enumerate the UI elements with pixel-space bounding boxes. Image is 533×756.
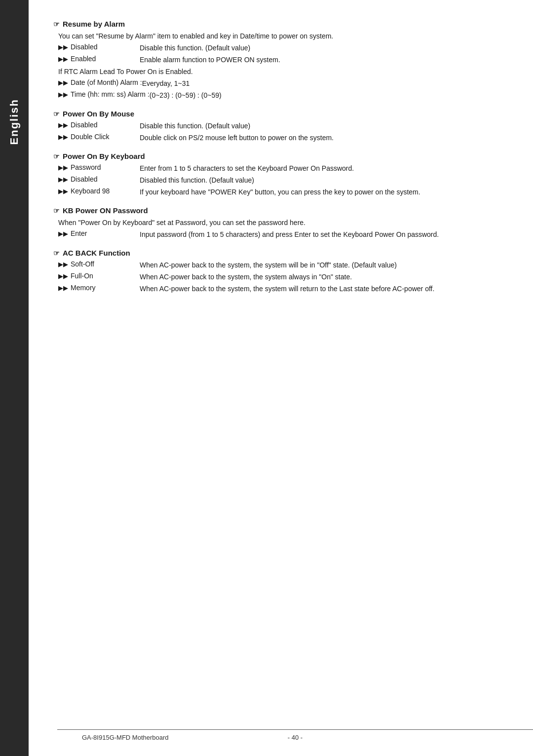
resume-val-time: (0~23) : (0~59) : (0~59)	[150, 90, 508, 101]
section-ac-back: ☞ AC BACK Function ▶▶Soft-Off When AC-po…	[53, 249, 508, 294]
resume-item-disabled: ▶▶Disabled Disable this function. (Defau…	[58, 43, 508, 53]
mouse-item-dblclick: ▶▶Double Click Double click on PS/2 mous…	[58, 133, 508, 143]
section-icon-keyboard: ☞	[53, 152, 60, 160]
section-title-mouse: ☞ Power On By Mouse	[53, 110, 508, 118]
ac-back-key-softoff: ▶▶Soft-Off	[58, 260, 140, 269]
resume-val-enabled: Enable alarm function to POWER ON system…	[140, 55, 508, 65]
sidebar-label: English	[8, 99, 21, 145]
resume-rtc-note: If RTC Alarm Lead To Power On is Enabled…	[58, 67, 508, 77]
section-body-ac-back: ▶▶Soft-Off When AC-power back to the sys…	[58, 260, 508, 294]
resume-item-enabled: ▶▶Enabled Enable alarm function to POWER…	[58, 55, 508, 65]
resume-intro: You can set "Resume by Alarm" item to en…	[58, 31, 508, 41]
page-container: English ☞ Resume by Alarm You can set "R…	[0, 0, 533, 756]
resume-key-enabled: ▶▶Enabled	[58, 55, 140, 64]
arrow-icon: ▶▶	[58, 55, 68, 64]
keyboard-val-kb98: If your keyboard have "POWER Key" button…	[140, 187, 508, 197]
arrow-icon: ▶▶	[58, 229, 68, 238]
section-icon-resume: ☞	[53, 20, 60, 28]
resume-val-date: Everyday, 1~31	[142, 78, 508, 89]
mouse-key-disabled: ▶▶Disabled	[58, 121, 140, 130]
ac-back-item-fullon: ▶▶Full-On When AC-power back to the syst…	[58, 272, 508, 282]
section-body-keyboard: ▶▶Password Enter from 1 to 5 characters …	[58, 163, 508, 197]
section-kb-power-password: ☞ KB Power ON Password When "Power On by…	[53, 206, 508, 240]
keyboard-item-disabled: ▶▶Disabled Disabled this function. (Defa…	[58, 175, 508, 186]
section-body-mouse: ▶▶Disabled Disable this function. (Defau…	[58, 121, 508, 143]
resume-key-date: ▶▶Date (of Month) Alarm :	[58, 78, 142, 87]
keyboard-val-password: Enter from 1 to 5 characters to set the …	[140, 163, 508, 174]
keyboard-key-disabled: ▶▶Disabled	[58, 175, 140, 184]
arrow-icon: ▶▶	[58, 260, 68, 269]
kb-password-key-enter: ▶▶Enter	[58, 229, 140, 238]
arrow-icon: ▶▶	[58, 284, 68, 293]
arrow-icon: ▶▶	[58, 90, 68, 99]
section-icon-ac-back: ☞	[53, 249, 60, 257]
page-footer: GA-8I915G-MFD Motherboard - 40 -	[57, 729, 533, 741]
resume-item-time: ▶▶Time (hh: mm: ss) Alarm : (0~23) : (0~…	[58, 90, 508, 101]
footer-product-name: GA-8I915G-MFD Motherboard	[82, 734, 224, 741]
section-body-resume: You can set "Resume by Alarm" item to en…	[58, 31, 508, 101]
section-title-resume-by-alarm: ☞ Resume by Alarm	[53, 20, 508, 28]
kb-password-val-enter: Input password (from 1 to 5 characters) …	[140, 229, 508, 240]
ac-back-key-memory: ▶▶Memory	[58, 284, 140, 293]
ac-back-item-memory: ▶▶Memory When AC-power back to the syste…	[58, 284, 508, 294]
sidebar: English	[0, 0, 29, 756]
resume-key-disabled: ▶▶Disabled	[58, 43, 140, 52]
section-resume-by-alarm: ☞ Resume by Alarm You can set "Resume by…	[53, 20, 508, 101]
section-title-ac-back: ☞ AC BACK Function	[53, 249, 508, 257]
arrow-icon: ▶▶	[58, 133, 68, 142]
keyboard-key-kb98: ▶▶Keyboard 98	[58, 187, 140, 196]
arrow-icon: ▶▶	[58, 121, 68, 130]
section-heading-keyboard: Power On By Keyboard	[63, 152, 145, 160]
section-title-keyboard: ☞ Power On By Keyboard	[53, 152, 508, 160]
arrow-icon: ▶▶	[58, 187, 68, 196]
arrow-icon: ▶▶	[58, 175, 68, 184]
section-icon-kb-password: ☞	[53, 207, 60, 215]
mouse-key-dblclick: ▶▶Double Click	[58, 133, 140, 142]
main-content: ☞ Resume by Alarm You can set "Resume by…	[29, 0, 533, 756]
keyboard-val-disabled: Disabled this function. (Default value)	[140, 175, 508, 186]
section-body-kb-password: When "Power On by Keyboard" set at Passw…	[58, 218, 508, 240]
section-power-on-mouse: ☞ Power On By Mouse ▶▶Disabled Disable t…	[53, 110, 508, 143]
mouse-val-disabled: Disable this function. (Default value)	[140, 121, 508, 131]
keyboard-item-password: ▶▶Password Enter from 1 to 5 characters …	[58, 163, 508, 174]
ac-back-val-fullon: When AC-power back to the system, the sy…	[140, 272, 508, 282]
section-heading-mouse: Power On By Mouse	[63, 110, 134, 118]
arrow-icon: ▶▶	[58, 78, 68, 87]
section-icon-mouse: ☞	[53, 110, 60, 118]
ac-back-key-fullon: ▶▶Full-On	[58, 272, 140, 281]
section-heading-kb-password: KB Power ON Password	[63, 206, 148, 215]
resume-key-time: ▶▶Time (hh: mm: ss) Alarm :	[58, 90, 150, 99]
footer-page-number: - 40 -	[224, 734, 366, 741]
ac-back-val-memory: When AC-power back to the system, the sy…	[140, 284, 508, 294]
kb-password-item-enter: ▶▶Enter Input password (from 1 to 5 char…	[58, 229, 508, 240]
arrow-icon: ▶▶	[58, 163, 68, 172]
arrow-icon: ▶▶	[58, 43, 68, 52]
mouse-item-disabled: ▶▶Disabled Disable this function. (Defau…	[58, 121, 508, 131]
keyboard-item-kb98: ▶▶Keyboard 98 If your keyboard have "POW…	[58, 187, 508, 197]
section-title-kb-password: ☞ KB Power ON Password	[53, 206, 508, 215]
ac-back-item-softoff: ▶▶Soft-Off When AC-power back to the sys…	[58, 260, 508, 270]
ac-back-val-softoff: When AC-power back to the system, the sy…	[140, 260, 508, 270]
resume-item-date: ▶▶Date (of Month) Alarm : Everyday, 1~31	[58, 78, 508, 89]
keyboard-key-password: ▶▶Password	[58, 163, 140, 172]
section-heading-resume: Resume by Alarm	[63, 20, 125, 28]
mouse-val-dblclick: Double click on PS/2 mouse left button t…	[140, 133, 508, 143]
resume-val-disabled: Disable this function. (Default value)	[140, 43, 508, 53]
section-heading-ac-back: AC BACK Function	[63, 249, 130, 257]
section-power-on-keyboard: ☞ Power On By Keyboard ▶▶Password Enter …	[53, 152, 508, 197]
arrow-icon: ▶▶	[58, 272, 68, 281]
kb-password-intro: When "Power On by Keyboard" set at Passw…	[58, 218, 508, 228]
